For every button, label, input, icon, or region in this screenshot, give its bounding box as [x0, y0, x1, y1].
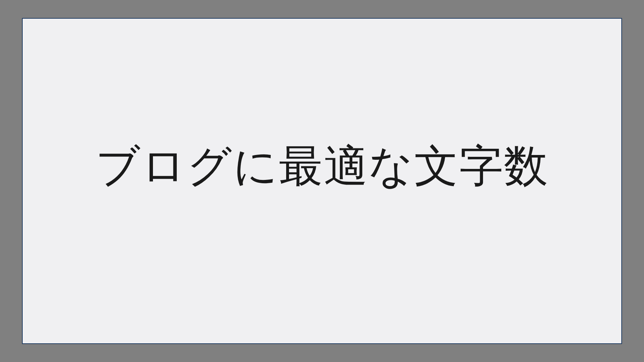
slide-container: ブログに最適な文字数	[22, 18, 622, 344]
slide-title: ブログに最適な文字数	[96, 137, 549, 196]
